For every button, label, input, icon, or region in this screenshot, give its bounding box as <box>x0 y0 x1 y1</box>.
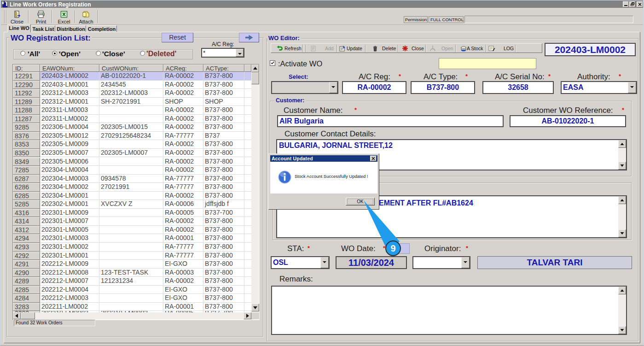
svg-text:9: 9 <box>390 243 395 253</box>
